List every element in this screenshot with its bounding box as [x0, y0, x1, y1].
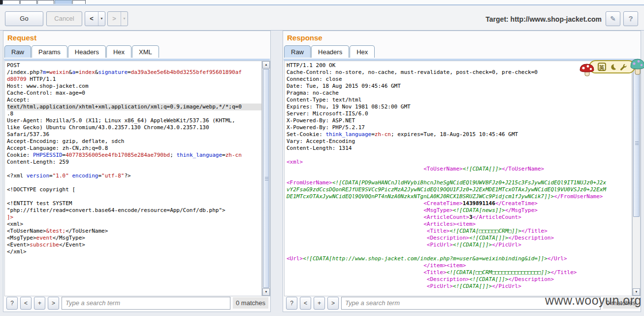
top-tab-fragment[interactable] — [20, 0, 37, 4]
scroll-up-icon[interactable]: ▲ — [262, 61, 270, 69]
wooyun-watermark: www.wooyun.org — [545, 293, 642, 308]
search-next-button[interactable]: > — [48, 297, 59, 310]
response-tabs: RawHeadersHex — [284, 45, 375, 59]
top-tab-fragment[interactable] — [72, 0, 86, 4]
history-forward-button[interactable]: > ▼ — [107, 11, 128, 26]
top-tab-fragment-selected[interactable] — [55, 0, 72, 4]
back-dropdown-icon[interactable]: ▼ — [98, 12, 105, 26]
response-tab-hex[interactable]: Hex — [350, 45, 375, 58]
window-tab-strip — [0, 0, 644, 5]
response-scrollbar-thumb[interactable] — [633, 69, 640, 217]
request-tab-raw[interactable]: Raw — [4, 45, 31, 58]
history-back-button[interactable]: < ▼ — [85, 11, 105, 26]
edit-target-pencil-icon[interactable]: ✎ — [606, 11, 620, 26]
request-match-count: 0 matches — [233, 297, 268, 309]
back-arrow-label: < — [85, 12, 98, 26]
ime-language-button[interactable]: 英 — [598, 63, 606, 71]
scroll-down-icon[interactable]: ▼ — [262, 288, 270, 296]
search-help-button[interactable]: ? — [6, 297, 18, 310]
top-tab-fragment[interactable] — [2, 0, 20, 4]
forward-dropdown-icon[interactable]: ▼ — [121, 12, 128, 26]
thumb-grip — [265, 177, 268, 180]
search-prev-button[interactable]: < — [20, 297, 32, 310]
search-help-button[interactable]: ? — [286, 297, 297, 310]
help-button[interactable]: ? — [623, 11, 638, 26]
red-mushroom-icon — [579, 63, 595, 78]
request-search-bar: ? < + > 0 matches — [4, 295, 270, 311]
search-options-button[interactable]: + — [34, 297, 45, 310]
search-next-button[interactable]: > — [327, 297, 339, 310]
request-tab-xml[interactable]: XML — [132, 45, 159, 58]
target-label: Target: http://www.shop-jacket.com — [485, 15, 602, 23]
repeater-toolbar: Go Cancel < ▼ > ▼ Target: http://www.sho… — [0, 5, 644, 31]
crescent-moon-icon[interactable] — [610, 64, 616, 70]
request-panel: Request RawParamsHeadersHexXML POST/inde… — [3, 31, 271, 312]
ime-toolbar-overlay: 英 — [589, 60, 635, 73]
response-tab-raw[interactable]: Raw — [284, 45, 311, 58]
cancel-button[interactable]: Cancel — [46, 11, 82, 26]
response-tab-headers[interactable]: Headers — [311, 45, 349, 58]
request-search-input[interactable] — [62, 297, 230, 310]
request-panel-title: Request — [7, 34, 36, 42]
go-button[interactable]: Go — [5, 11, 43, 26]
request-editor[interactable]: POST/index.php?m=weixin&a=index&signatur… — [4, 61, 262, 296]
search-options-button[interactable]: + — [314, 297, 325, 310]
search-prev-button[interactable]: < — [300, 297, 311, 310]
request-tab-headers[interactable]: Headers — [68, 45, 106, 58]
teal-mushroom-icon — [629, 57, 644, 77]
request-tab-params[interactable]: Params — [32, 45, 67, 58]
response-viewer: HTTP/1.1 200 OKCache-Control: no-store, … — [284, 61, 632, 296]
top-tab-fragment[interactable] — [37, 0, 54, 4]
forward-arrow-label: > — [108, 12, 121, 26]
request-tabs: RawParamsHeadersHexXML — [4, 45, 160, 59]
wrench-icon[interactable] — [620, 64, 627, 70]
response-scrollbar[interactable]: ▲ ▼ — [632, 61, 641, 296]
request-tab-hex[interactable]: Hex — [106, 45, 131, 58]
response-panel-title: Response — [287, 34, 322, 42]
request-scrollbar-thumb[interactable] — [263, 69, 269, 288]
request-scrollbar[interactable]: ▲ ▼ — [262, 61, 270, 296]
thumb-grip — [635, 141, 639, 145]
